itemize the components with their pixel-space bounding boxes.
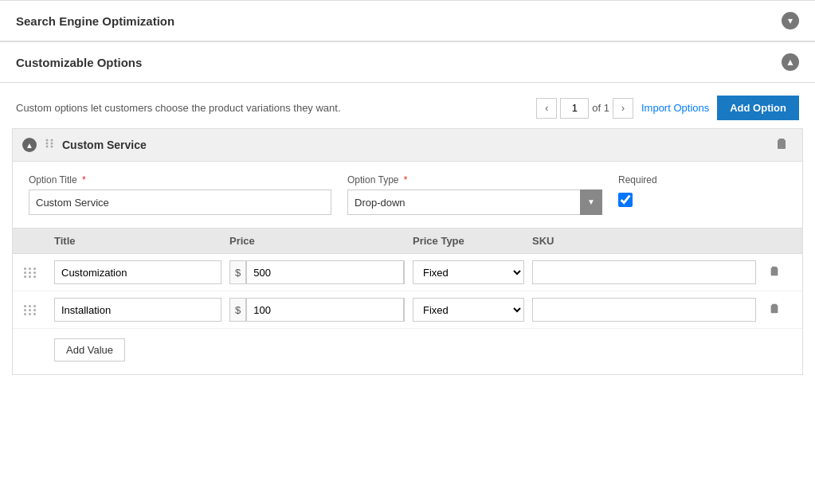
customizable-section-header[interactable]: Customizable Options ▲ [0, 41, 815, 83]
customizable-section: Customizable Options ▲ Custom options le… [0, 41, 815, 375]
svg-point-1 [51, 139, 53, 142]
option-card: ▲ Custom Service [12, 128, 803, 375]
pagination: ‹ of 1 › [536, 98, 633, 119]
price-currency-0: $ [230, 261, 246, 283]
svg-point-4 [46, 146, 49, 148]
option-delete-button[interactable] [770, 135, 793, 154]
svg-point-0 [46, 139, 49, 142]
option-type-group: Option Type * Drop-down Radio Buttons Ch… [347, 174, 602, 215]
price-value-input-1[interactable] [246, 298, 404, 322]
options-toolbar: Custom options let customers choose the … [0, 83, 815, 128]
next-page-button[interactable]: › [613, 98, 633, 119]
page-of-label: of 1 [592, 102, 609, 114]
option-required-group: Required [618, 174, 682, 207]
price-input-wrapper-0: $ [229, 260, 405, 284]
option-required-checkbox[interactable] [618, 193, 633, 207]
sku-input-1[interactable] [532, 298, 756, 322]
seo-section-title: Search Engine Optimization [16, 14, 174, 28]
sku-input-0[interactable] [532, 260, 756, 284]
prev-page-button[interactable]: ‹ [536, 98, 557, 119]
option-type-select-wrapper: Drop-down Radio Buttons Checkbox Multipl… [347, 189, 602, 215]
col-price-type-header: Price Type [413, 235, 532, 247]
seo-section-header[interactable]: Search Engine Optimization ▾ [0, 0, 815, 41]
add-option-button[interactable]: Add Option [717, 96, 799, 120]
price-value-input-0[interactable] [246, 260, 404, 284]
svg-rect-7 [782, 142, 783, 146]
option-card-header: ▲ Custom Service [13, 129, 802, 162]
option-title-label: Option Title * [29, 174, 331, 186]
svg-rect-6 [781, 142, 782, 146]
customizable-section-title: Customizable Options [16, 56, 142, 69]
import-options-link[interactable]: Import Options [641, 102, 709, 114]
toolbar-right: ‹ of 1 › Import Options Add Option [536, 96, 799, 120]
option-card-header-left: ▲ Custom Service [22, 137, 147, 153]
option-drag-handle[interactable] [43, 137, 56, 153]
value-title-input-0[interactable] [54, 260, 221, 284]
option-title-group: Option Title * [29, 174, 331, 215]
col-title-header: Title [54, 235, 229, 247]
price-type-select-0[interactable]: Fixed Percent [413, 260, 524, 284]
value-delete-button-0[interactable] [764, 264, 785, 281]
page-input[interactable] [560, 98, 589, 119]
option-required-checkbox-wrapper [618, 193, 682, 207]
option-type-select[interactable]: Drop-down Radio Buttons Checkbox Multipl… [347, 189, 602, 215]
values-section: Title Price Price Type SKU [13, 228, 802, 374]
svg-point-3 [51, 143, 53, 145]
value-row-1: $ Fixed Percent [13, 291, 802, 329]
option-required-label: Required [618, 174, 682, 186]
svg-point-5 [51, 146, 53, 148]
value-title-input-1[interactable] [54, 298, 221, 322]
value-drag-handle-1[interactable] [22, 303, 54, 317]
option-title-input[interactable] [29, 189, 331, 215]
add-value-button[interactable]: Add Value [54, 338, 125, 361]
svg-point-2 [46, 143, 49, 145]
price-type-select-1[interactable]: Fixed Percent [413, 298, 524, 322]
values-table-header: Title Price Price Type SKU [13, 228, 802, 254]
seo-collapse-icon: ▾ [782, 12, 799, 29]
col-sku-header: SKU [532, 235, 764, 247]
value-delete-button-1[interactable] [764, 301, 785, 318]
option-name-label: Custom Service [62, 139, 147, 151]
option-type-label: Option Type * [347, 174, 602, 186]
col-price-header: Price [229, 235, 413, 247]
option-collapse-button[interactable]: ▲ [22, 138, 37, 152]
option-form: Option Title * Option Type * Drop-down R… [13, 162, 802, 228]
value-row-0: $ Fixed Percent [13, 254, 802, 291]
price-currency-1: $ [230, 299, 246, 321]
options-description: Custom options let customers choose the … [16, 102, 341, 114]
value-drag-handle-0[interactable] [22, 266, 54, 279]
customizable-collapse-icon: ▲ [782, 53, 799, 71]
price-input-wrapper-1: $ [229, 298, 405, 322]
